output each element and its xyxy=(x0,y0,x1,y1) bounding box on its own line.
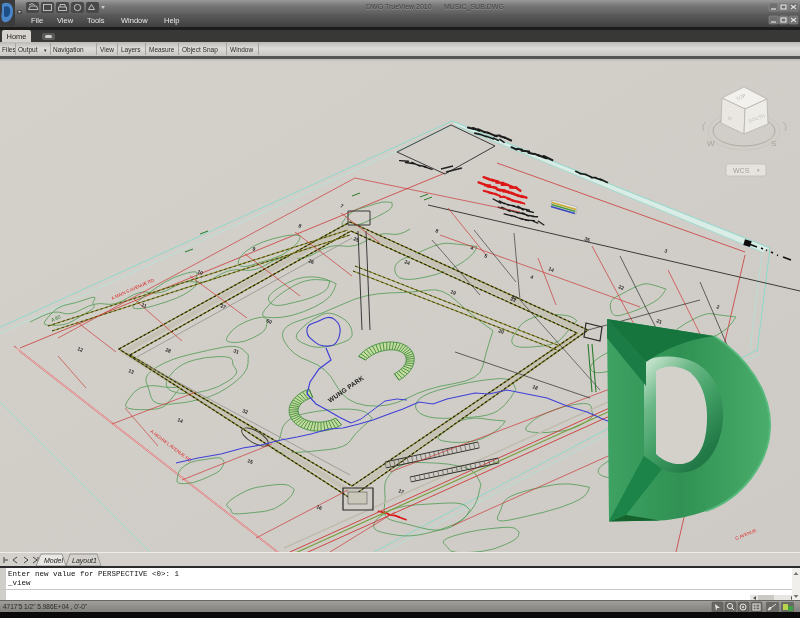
svg-text:W: W xyxy=(707,139,715,148)
svg-text:WCS: WCS xyxy=(733,167,750,174)
svg-text:Layout1: Layout1 xyxy=(72,557,97,565)
svg-text:S: S xyxy=(771,139,776,148)
svg-text:Model: Model xyxy=(44,557,64,564)
